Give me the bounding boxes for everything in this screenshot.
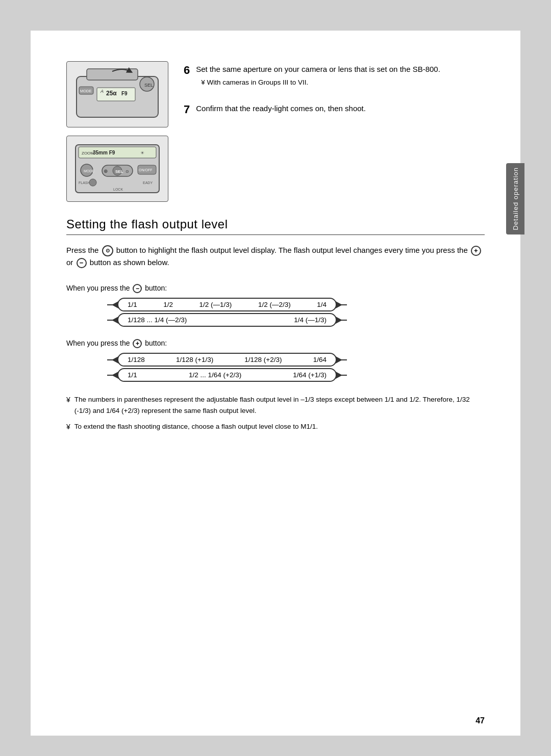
svg-text:F9: F9 <box>121 91 128 96</box>
plus-icon: + <box>471 246 481 256</box>
diagram-minus: When you press the − button: 1/1 1/2 1/2… <box>66 283 485 327</box>
section-heading: Setting the flash output level <box>66 217 485 235</box>
step-6-sub: ¥ With cameras in Groups III to VII. <box>201 77 440 88</box>
sidebar-tab-label: Detailed operation <box>512 167 519 230</box>
svg-text:SEL: SEL <box>144 83 153 88</box>
note-2: ¥ To extend the flash shooting distance,… <box>66 421 485 432</box>
svg-text:☀: ☀ <box>140 150 144 155</box>
plus-row2-pill: 1/1 1/2 ... 1/64 (+2/3) 1/64 (+1/3) <box>117 368 337 382</box>
minus-btn-label: − <box>133 284 142 293</box>
notes-section: ¥ The numbers in parentheses represent t… <box>66 394 485 433</box>
minus-icon: − <box>77 258 87 268</box>
svg-text:MODE: MODE <box>80 89 92 93</box>
minus-row1: 1/1 1/2 1/2 (—1/3) 1/2 (—2/3) 1/4 <box>107 298 485 311</box>
diagram-plus-label: When you press the + button: <box>66 338 485 349</box>
step-7-number: 7 <box>184 103 190 116</box>
svg-rect-1 <box>87 69 138 80</box>
step-6-text: Set the same aperture on your camera or … <box>196 64 440 75</box>
note-1: ¥ The numbers in parentheses represent t… <box>66 394 485 416</box>
svg-text:FLASH: FLASH <box>79 181 90 185</box>
step-6-number: 6 <box>184 64 190 77</box>
svg-text:ZOOM: ZOOM <box>82 151 94 155</box>
step-7: 7 Confirm that the ready-light comes on,… <box>184 103 485 117</box>
step-7-text: Confirm that the ready-light comes on, t… <box>196 103 366 115</box>
arrow-diagram-minus: 1/1 1/2 1/2 (—1/3) 1/2 (—2/3) 1/4 1/128 … <box>107 298 485 327</box>
svg-text:SEL: SEL <box>115 169 123 174</box>
camera-top-image: SEL MODE A 25α F9 <box>66 61 168 127</box>
camera-images: SEL MODE A 25α F9 <box>66 61 168 202</box>
plus-row1-pill: 1/128 1/128 (+1/3) 1/128 (+2/3) 1/64 <box>117 353 337 367</box>
minus-row2-pill: 1/128 ... 1/4 (—2/3) 1/4 (—1/3) <box>117 313 337 327</box>
svg-text:35mm F9: 35mm F9 <box>93 150 115 155</box>
plus-row2: 1/1 1/2 ... 1/64 (+2/3) 1/64 (+1/3) <box>107 368 485 382</box>
diagram-plus: When you press the + button: 1/128 1/128… <box>66 338 485 382</box>
step-6: 6 Set the same aperture on your camera o… <box>184 64 485 88</box>
svg-text:⊕: ⊕ <box>104 168 108 174</box>
svg-text:25α: 25α <box>106 90 117 97</box>
sel-button-icon: ⊙ <box>102 245 113 256</box>
svg-text:⊙: ⊙ <box>126 169 129 174</box>
plus-row1: 1/128 1/128 (+1/3) 1/128 (+2/3) 1/64 <box>107 353 485 367</box>
minus-row2: 1/128 ... 1/4 (—2/3) 1/4 (—1/3) <box>107 313 485 327</box>
top-section: SEL MODE A 25α F9 <box>66 61 485 202</box>
svg-text:ON/OFF: ON/OFF <box>139 168 152 172</box>
camera-front-image: ZOOM 35mm F9 ☀ MODE SEL ⊕ ⊙ ON/OFF <box>66 136 168 202</box>
sidebar-tab: Detailed operation <box>506 163 524 234</box>
svg-text:EADY: EADY <box>143 181 153 185</box>
diagram-minus-label: When you press the − button: <box>66 283 485 294</box>
arrow-diagram-plus: 1/128 1/128 (+1/3) 1/128 (+2/3) 1/64 1/1… <box>107 353 485 382</box>
svg-text:MODE: MODE <box>84 169 94 173</box>
svg-text:LOCK: LOCK <box>113 188 123 191</box>
plus-btn-label: + <box>133 339 142 348</box>
minus-row1-pill: 1/1 1/2 1/2 (—1/3) 1/2 (—2/3) 1/4 <box>117 298 337 311</box>
svg-point-25 <box>89 179 96 186</box>
steps-col: 6 Set the same aperture on your camera o… <box>184 61 485 202</box>
page-number: 47 <box>475 716 485 725</box>
main-description: Press the ⊙ button to highlight the flas… <box>66 244 485 269</box>
section-title: Setting the flash output level <box>66 217 485 231</box>
svg-text:A: A <box>100 89 104 94</box>
